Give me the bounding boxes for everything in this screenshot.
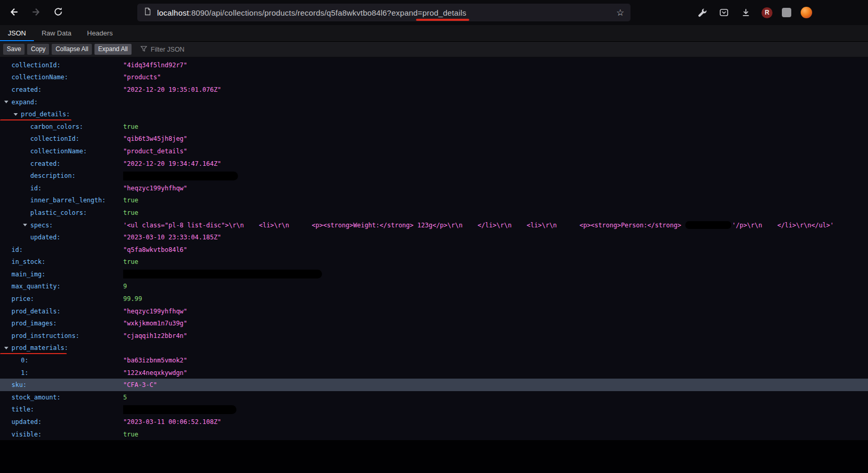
tab-headers[interactable]: Headers bbox=[79, 25, 121, 41]
json-row[interactable]: price:99.99 bbox=[0, 293, 868, 305]
json-row[interactable]: prod_details:"heqzyc199yhfhqw" bbox=[0, 305, 868, 318]
save-button[interactable]: Save bbox=[3, 44, 25, 54]
json-key-cell: id: bbox=[0, 185, 123, 192]
profile-avatar[interactable] bbox=[801, 7, 812, 18]
json-value: "ba63izbnm5vmok2" bbox=[123, 357, 187, 364]
json-row[interactable]: max_quantity:9 bbox=[0, 281, 868, 293]
json-key-cell: collectionId: bbox=[0, 62, 123, 69]
json-key: max_quantity: bbox=[11, 283, 61, 290]
json-key: 0: bbox=[21, 357, 28, 364]
json-value: 9 bbox=[123, 283, 127, 290]
json-row[interactable]: inner_barrel_length:true bbox=[0, 195, 868, 207]
twisty-slot[interactable] bbox=[23, 224, 30, 226]
json-value: "q5fa8wkvtbo84l6" bbox=[123, 246, 187, 253]
json-value: "4idq34f5lnd92r7" bbox=[123, 62, 187, 69]
page-icon[interactable] bbox=[144, 7, 152, 18]
json-row[interactable]: created:"2022-12-20 19:34:47.164Z" bbox=[0, 157, 868, 170]
json-row[interactable]: description: bbox=[0, 169, 868, 182]
json-key-cell: 0: bbox=[0, 357, 123, 364]
twisty-slot[interactable] bbox=[4, 101, 11, 103]
json-string-value: "ba63izbnm5vmok2" bbox=[123, 357, 187, 364]
json-value: "heqzyc199yhfhqw" bbox=[123, 308, 187, 315]
json-string-value: "heqzyc199yhfhqw" bbox=[123, 185, 187, 192]
browser-window: localhost:8090/api/collections/products/… bbox=[0, 0, 868, 471]
json-string-value: "2023-03-10 23:33:04.185Z" bbox=[123, 234, 221, 241]
json-viewer-toolbar: Save Copy Collapse All Expand All bbox=[0, 42, 868, 57]
json-row[interactable]: collectionId:"4idq34f5lnd92r7" bbox=[0, 59, 868, 71]
json-row[interactable]: title: bbox=[0, 404, 868, 416]
json-row[interactable]: main_img: bbox=[0, 268, 868, 281]
back-button[interactable] bbox=[5, 4, 23, 21]
download-icon[interactable] bbox=[740, 6, 752, 19]
forward-button[interactable] bbox=[27, 4, 45, 21]
copy-button[interactable]: Copy bbox=[27, 44, 49, 54]
json-key-cell: collectionId: bbox=[0, 135, 123, 142]
json-row[interactable]: in_stock:true bbox=[0, 256, 868, 269]
json-value: "2022-12-20 19:34:47.164Z" bbox=[123, 160, 221, 167]
twisty-slot[interactable] bbox=[14, 113, 21, 116]
json-key-cell: stock_amount: bbox=[0, 394, 123, 401]
json-value: "2023-03-10 23:33:04.185Z" bbox=[123, 234, 221, 241]
tab-raw-data[interactable]: Raw Data bbox=[34, 25, 79, 41]
twisty-slot[interactable] bbox=[4, 347, 11, 349]
json-key: description: bbox=[30, 172, 76, 179]
json-row[interactable]: visible:true bbox=[0, 428, 868, 440]
json-key-cell: main_img: bbox=[0, 271, 123, 278]
expand-twisty-icon[interactable] bbox=[4, 347, 8, 349]
reload-icon bbox=[53, 7, 63, 18]
json-row[interactable]: sku:"CFA-3-C" bbox=[0, 379, 868, 391]
json-key: collectionName: bbox=[30, 148, 87, 155]
json-string-value: "2022-12-20 19:34:47.164Z" bbox=[123, 160, 221, 167]
json-key-cell: in_stock: bbox=[0, 258, 123, 265]
json-row[interactable]: carbon_colors:true bbox=[0, 120, 868, 133]
json-row[interactable]: specs:'<ul class="pl-8 list-disc">\r\n <… bbox=[0, 219, 868, 232]
json-key: visible: bbox=[11, 431, 42, 438]
json-string-value: "q5fa8wkvtbo84l6" bbox=[123, 246, 187, 253]
json-string-value: "2022-12-20 19:35:01.076Z" bbox=[123, 86, 221, 93]
json-row[interactable]: collectionName:"product_details" bbox=[0, 145, 868, 157]
json-key: sku: bbox=[11, 381, 27, 389]
json-key-cell: collectionName: bbox=[0, 148, 123, 155]
json-row[interactable]: prod_instructions:"cjaqqih1z2bbr4n" bbox=[0, 330, 868, 342]
wrench-icon[interactable] bbox=[696, 6, 708, 19]
json-row[interactable]: 0:"ba63izbnm5vmok2" bbox=[0, 354, 868, 367]
json-row[interactable]: stock_amount:5 bbox=[0, 391, 868, 404]
json-row[interactable]: expand: bbox=[0, 96, 868, 108]
expand-twisty-icon[interactable] bbox=[4, 101, 8, 103]
bookmark-star-icon[interactable]: ☆ bbox=[616, 8, 624, 17]
reload-button[interactable] bbox=[49, 4, 67, 21]
filter-json-input[interactable] bbox=[151, 46, 266, 53]
expand-all-button[interactable]: Expand All bbox=[94, 44, 132, 54]
json-value: true bbox=[123, 209, 138, 216]
expand-twisty-icon[interactable] bbox=[14, 113, 18, 116]
json-row[interactable]: id:"heqzyc199yhfhqw" bbox=[0, 182, 868, 195]
json-row[interactable]: updated:"2023-03-11 00:06:52.108Z" bbox=[0, 416, 868, 428]
json-tree: collectionId:"4idq34f5lnd92r7"collection… bbox=[0, 57, 868, 440]
json-row[interactable]: prod_images:"wxkjkmom1n7u39g" bbox=[0, 317, 868, 330]
json-value: "cjaqqih1z2bbr4n" bbox=[123, 332, 187, 339]
json-key: stock_amount: bbox=[11, 394, 61, 401]
json-row[interactable]: collectionId:"qib6t3w45jh8jeg" bbox=[0, 133, 868, 145]
json-keyword-value: true bbox=[123, 209, 138, 216]
tab-json[interactable]: JSON bbox=[0, 25, 34, 41]
json-row[interactable]: id:"q5fa8wkvtbo84l6" bbox=[0, 244, 868, 256]
json-row[interactable]: prod_materials: bbox=[0, 342, 868, 355]
json-row[interactable]: updated:"2023-03-10 23:33:04.185Z" bbox=[0, 231, 868, 244]
forward-icon bbox=[31, 7, 41, 19]
json-row[interactable]: collectionName:"products" bbox=[0, 71, 868, 84]
expand-twisty-icon[interactable] bbox=[23, 224, 27, 226]
pocket-icon[interactable] bbox=[718, 6, 730, 19]
json-key-cell: prod_instructions: bbox=[0, 332, 123, 339]
json-row[interactable]: 1:"122x4neqxkywdgn" bbox=[0, 367, 868, 379]
extension-square-icon[interactable] bbox=[782, 8, 791, 17]
collapse-all-button[interactable]: Collapse All bbox=[52, 44, 92, 54]
json-row[interactable]: prod_details: bbox=[0, 108, 868, 120]
json-value: 5 bbox=[123, 394, 127, 401]
json-value: "product_details" bbox=[123, 148, 187, 155]
redaction-bar bbox=[123, 172, 238, 180]
url-bar[interactable]: localhost:8090/api/collections/products/… bbox=[137, 4, 631, 21]
json-row[interactable]: plastic_colors:true bbox=[0, 207, 868, 219]
extension-r-icon[interactable]: R bbox=[762, 7, 772, 18]
json-value: true bbox=[123, 197, 138, 204]
json-row[interactable]: created:"2022-12-20 19:35:01.076Z" bbox=[0, 83, 868, 96]
